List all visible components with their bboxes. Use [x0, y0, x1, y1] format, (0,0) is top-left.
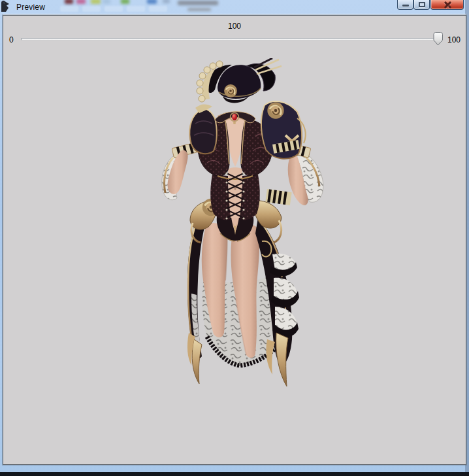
preview-client-area: 100 0 100 [3, 15, 466, 465]
maximize-button[interactable] [413, 0, 430, 10]
model-viewport[interactable] [3, 16, 466, 464]
window-title: Preview [16, 3, 45, 12]
minimize-icon [402, 5, 409, 7]
maximize-icon [419, 2, 425, 7]
character-model-render [157, 58, 327, 393]
titlebar[interactable]: Preview [0, 0, 469, 14]
window-frame: Preview 100 0 [0, 0, 469, 472]
minimize-button[interactable] [397, 0, 413, 10]
close-icon [444, 1, 451, 8]
desktop-background: Preview 100 0 [0, 0, 469, 476]
close-button[interactable] [430, 0, 464, 10]
app-icon[interactable] [1, 1, 11, 12]
